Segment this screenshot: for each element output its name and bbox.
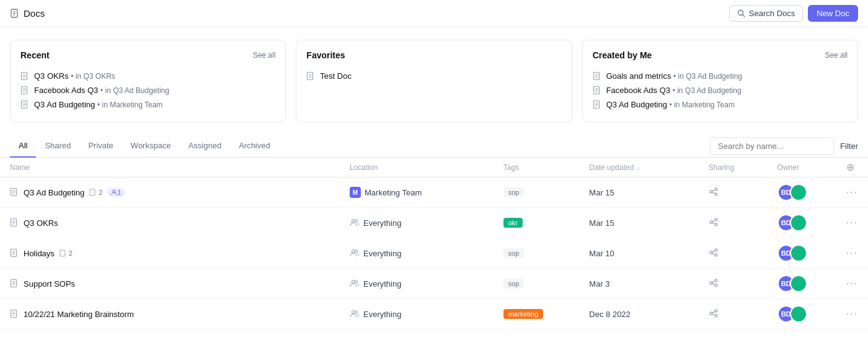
owner-cell: BD [768, 177, 836, 208]
people-icon [350, 279, 360, 289]
actions-cell: ··· [836, 208, 868, 238]
tab-all[interactable]: All [10, 135, 36, 158]
list-item[interactable]: Goals and metrics • in Q3 Ad Budgeting [593, 69, 848, 83]
item-name: Q3 Ad Budgeting • in Marketing Team [34, 100, 162, 109]
col-tags: Tags [494, 158, 580, 177]
doc-name[interactable]: Q3 Ad Budgeting [24, 188, 84, 197]
cards-section: Recent See all Q3 OKRs • in Q3 OKRs Face… [0, 27, 868, 135]
tag-cell: sop [494, 269, 580, 299]
doc-icon [306, 72, 315, 81]
item-name: Facebook Ads Q3 • in Q3 Ad Budgeting [34, 86, 169, 95]
svg-line-66 [712, 251, 715, 252]
svg-line-5 [742, 15, 745, 17]
svg-point-52 [710, 221, 712, 223]
location-name: Everything [363, 279, 401, 289]
doc-name[interactable]: Support SOPs [24, 279, 75, 289]
filter-button[interactable]: Filter [840, 141, 858, 151]
svg-line-44 [712, 192, 715, 194]
docs-table-wrapper: Name Location Tags Date updated ↓ Sharin… [0, 158, 868, 329]
location-cell: Everything [340, 269, 494, 299]
table-header-row: Name Location Tags Date updated ↓ Sharin… [0, 158, 868, 177]
more-options-button[interactable]: ··· [846, 308, 858, 319]
svg-point-86 [710, 312, 712, 315]
item-name: Q3 OKRs • in Q3 OKRs [34, 71, 115, 81]
user-icon [111, 189, 117, 195]
table-controls: Filter [710, 137, 858, 155]
svg-point-83 [352, 311, 355, 314]
tab-archived[interactable]: Archived [230, 135, 279, 158]
tab-assigned[interactable]: Assigned [180, 135, 230, 158]
list-item[interactable]: Facebook Ads Q3 • in Q3 Ad Budgeting [593, 83, 848, 97]
more-options-button[interactable]: ··· [846, 278, 858, 289]
location-cell: Everything [340, 238, 494, 269]
sharing-cell [699, 299, 768, 329]
svg-point-73 [355, 280, 358, 283]
tab-workspace[interactable]: Workspace [122, 135, 180, 158]
doc-icon [10, 279, 19, 288]
more-options-button[interactable]: ··· [846, 187, 858, 197]
location-name: Everything [363, 310, 401, 319]
name-cell: Q3 OKRs [0, 208, 340, 238]
share-icon [709, 308, 719, 318]
tabs-row: All Shared Private Workspace Assigned Ar… [10, 135, 279, 157]
favorites-card-header: Favorites [306, 50, 561, 60]
tabs-bar: All Shared Private Workspace Assigned Ar… [0, 135, 868, 158]
doc-count-icon [60, 249, 67, 257]
list-item[interactable]: Q3 Ad Budgeting • in Marketing Team [20, 97, 275, 112]
doc-icon [10, 218, 19, 227]
list-item[interactable]: Facebook Ads Q3 • in Q3 Ad Budgeting [20, 83, 275, 97]
date-cell: Mar 15 [579, 208, 699, 238]
doc-name[interactable]: Holidays [24, 249, 55, 258]
location-cell: M Marketing Team [340, 177, 494, 208]
list-item[interactable]: Test Doc [306, 69, 561, 83]
actions-cell: ··· [836, 177, 868, 208]
more-options-button[interactable]: ··· [846, 248, 858, 258]
date-cell: Mar 10 [579, 238, 699, 269]
table-row: Q3 OKRs Everything okr Mar 15 [0, 208, 868, 238]
new-doc-button[interactable]: New Doc [808, 5, 858, 22]
tag-cell: sop [494, 177, 580, 208]
list-item[interactable]: Q3 OKRs • in Q3 OKRs [20, 69, 275, 83]
doc-icon [10, 188, 19, 197]
doc-icon [20, 86, 29, 95]
owner-cell: BD [768, 269, 836, 299]
table-row: Holidays 2 Everything sop [0, 238, 868, 269]
doc-count-icon [89, 189, 97, 196]
search-docs-button[interactable]: Search Docs [729, 5, 803, 22]
sharing-cell [699, 269, 768, 299]
list-item[interactable]: Q3 Ad Budgeting • in Marketing Team [593, 97, 848, 112]
tab-shared[interactable]: Shared [36, 135, 79, 158]
created-by-me-title: Created by Me [593, 50, 652, 60]
created-by-me-see-all[interactable]: See all [825, 51, 848, 60]
location-cell: Everything [340, 208, 494, 238]
doc-name[interactable]: Q3 OKRs [24, 218, 58, 228]
search-name-input[interactable] [710, 137, 834, 155]
location-name: Marketing Team [365, 188, 422, 197]
add-column-button[interactable]: ⊕ [846, 162, 854, 172]
svg-point-65 [715, 254, 717, 256]
avatar-secondary [790, 244, 807, 262]
search-icon [737, 9, 745, 17]
location-icon-m: M [350, 187, 361, 198]
search-docs-label: Search Docs [749, 9, 795, 18]
more-options-button[interactable]: ··· [846, 217, 858, 228]
owner-cell: BD [768, 208, 836, 238]
sharing-cell [699, 208, 768, 238]
svg-point-72 [352, 280, 355, 284]
doc-icon [593, 101, 601, 109]
owner-cell: BD [768, 299, 836, 329]
recent-see-all[interactable]: See all [253, 51, 276, 60]
svg-line-54 [712, 220, 715, 222]
tag-cell: sop [494, 238, 580, 269]
actions-cell: ··· [836, 269, 868, 299]
col-date-updated[interactable]: Date updated ↓ [579, 158, 699, 177]
created-by-me-card: Created by Me See all Goals and metrics … [582, 40, 858, 122]
tab-private[interactable]: Private [79, 135, 122, 158]
people-icon [350, 309, 360, 319]
owner-cell: BD [768, 238, 836, 269]
name-cell: 10/22/21 Marketing Brainstorm [0, 299, 340, 329]
docs-table: Name Location Tags Date updated ↓ Sharin… [0, 158, 868, 329]
doc-name[interactable]: 10/22/21 Marketing Brainstorm [24, 310, 134, 319]
col-owner: Owner [768, 158, 836, 177]
table-row: Support SOPs Everything sop Mar 3 [0, 269, 868, 299]
